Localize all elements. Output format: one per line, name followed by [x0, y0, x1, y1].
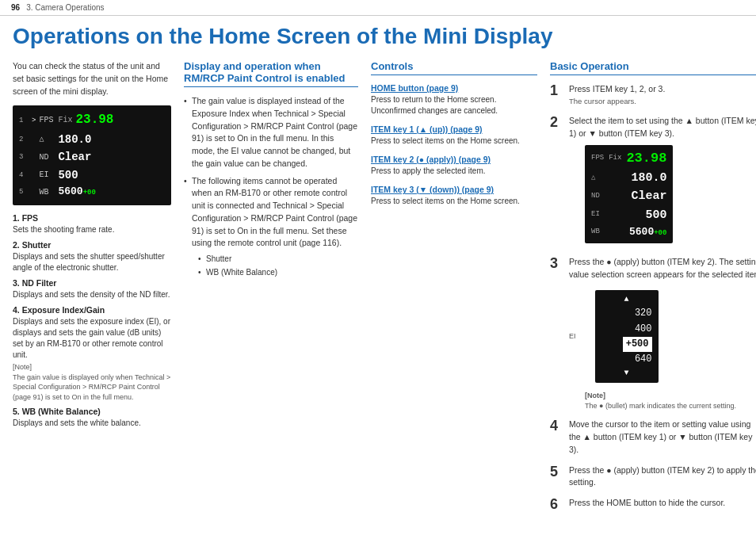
col3-section-title: Controls [371, 60, 537, 75]
page-title: Operations on the Home Screen of the Min… [13, 24, 743, 49]
mini-display-col1: 1 > FPS Fix 23.98 2 △ 180.0 3 ND Clear [13, 105, 171, 205]
display-row-1: 1 > FPS Fix 23.98 [19, 110, 165, 131]
intro-text: You can check the status of the unit and… [13, 60, 171, 97]
item-fps: 1. FPS Sets the shooting frame rate. [13, 213, 171, 235]
op-step-1: 1 Press ITEM key 1, 2, or 3. The cursor … [550, 83, 756, 107]
op-step-2: 2 Select the item to set using the ▲ but… [550, 115, 756, 248]
control-item-key3: ITEM key 3 (▼ (down)) (page 9) Press to … [371, 185, 537, 207]
op-step-3: 3 Press the ● (apply) button (ITEM key 2… [550, 256, 756, 411]
column-4: Basic Operation 1 Press ITEM key 1, 2, o… [550, 60, 756, 521]
control-item-key2: ITEM key 2 (● (apply)) (page 9) Press to… [371, 155, 537, 177]
step3-scroll-display: ▲ 320 400 +500 640 ▼ [595, 290, 659, 383]
op-step-4: 4 Move the cursor to the item or setting… [550, 418, 756, 456]
display-row-4: 4 EI 500 [19, 166, 165, 184]
sub-bullet-shutter: Shutter [198, 253, 358, 265]
item-ei-gain: 4. Exposure Index/Gain Displays and sets… [13, 305, 171, 402]
control-home-btn: HOME button (page 9) Press to return to … [371, 83, 537, 117]
item-nd-filter: 3. ND Filter Displays and sets the densi… [13, 278, 171, 300]
column-3: Controls HOME button (page 9) Press to r… [371, 60, 537, 215]
item-shutter: 2. Shutter Displays and sets the shutter… [13, 240, 171, 273]
columns-layout: You can check the status of the unit and… [13, 60, 743, 521]
col2-section-title: Display and operation when RM/RCP Paint … [184, 60, 358, 87]
display-row-5: 5 WB 5600+00 [19, 184, 165, 201]
step2-mini-display: FPS Fix 23.98 △ 180.0 ND [585, 145, 673, 243]
col2-bullet-list: The gain value is displayed instead of t… [184, 95, 358, 278]
display-row-3: 3 ND Clear [19, 148, 165, 166]
bullet-item-1: The gain value is displayed instead of t… [184, 95, 358, 170]
column-2: Display and operation when RM/RCP Paint … [184, 60, 358, 283]
op-steps: 1 Press ITEM key 1, 2, or 3. The cursor … [550, 83, 756, 513]
main-content: Operations on the Home Screen of the Min… [0, 16, 756, 529]
control-item-key1: ITEM key 1 (▲ (up)) (page 9) Press to se… [371, 124, 537, 147]
numbered-list: 1. FPS Sets the shooting frame rate. 2. … [13, 213, 171, 429]
step3-note: [Note] The ● (bullet) mark indicates the… [585, 391, 756, 411]
op-step-5: 5 Press the ● (apply) button (ITEM key 2… [550, 464, 756, 490]
bullet-item-2: The following items cannot be operated w… [184, 175, 358, 279]
display-row-2: 2 △ 180.0 [19, 131, 165, 148]
page-number: 96 [11, 3, 20, 12]
sub-bullet-wb: WB (White Balance) [198, 266, 358, 278]
breadcrumb: 3. Camera Operations [26, 3, 104, 12]
step3-scroll-area: EI ▲ 320 400 +500 640 ▼ [569, 285, 756, 388]
item-wb: 5. WB (White Balance) Displays and sets … [13, 407, 171, 429]
sub-bullet-list: Shutter WB (White Balance) [198, 253, 358, 278]
column-1: You can check the status of the unit and… [13, 60, 171, 434]
op-step-6: 6 Press the HOME button to hide the curs… [550, 497, 756, 513]
col4-section-title: Basic Operation [550, 60, 756, 75]
top-bar: 96 3. Camera Operations [0, 0, 756, 16]
